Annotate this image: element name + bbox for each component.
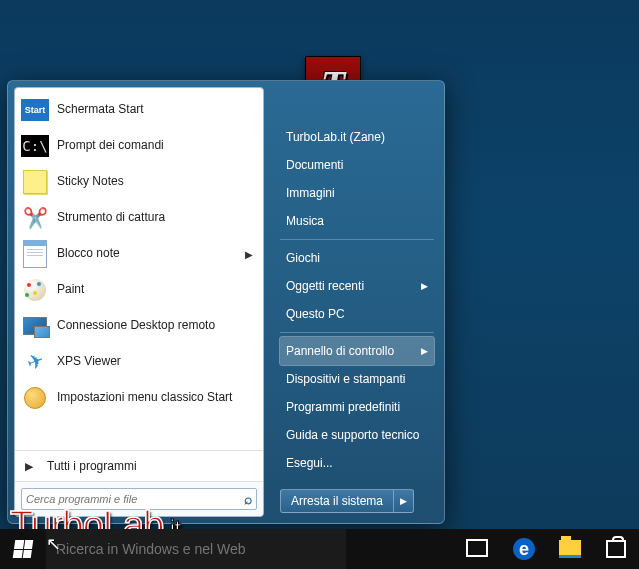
shell-icon bbox=[21, 384, 49, 412]
right-item-user[interactable]: TurboLab.it (Zane) bbox=[280, 123, 434, 151]
program-item-classic[interactable]: Impostazioni menu classico Start bbox=[15, 380, 263, 416]
start-menu-left-panel: StartSchermata StartC:\Prompt dei comand… bbox=[14, 87, 264, 517]
right-item-defaults[interactable]: Programmi predefiniti bbox=[280, 393, 434, 421]
submenu-arrow-icon: ▶ bbox=[421, 281, 428, 291]
rdp-icon bbox=[21, 312, 49, 340]
submenu-arrow-icon: ▶ bbox=[245, 249, 257, 260]
search-box[interactable]: ⌕ bbox=[21, 488, 257, 510]
program-item-rdp[interactable]: Connessione Desktop remoto bbox=[15, 308, 263, 344]
all-programs-label: Tutti i programmi bbox=[47, 459, 137, 473]
taskbar-store-button[interactable] bbox=[593, 529, 639, 569]
taskbar-explorer-button[interactable] bbox=[547, 529, 593, 569]
right-item-label: Oggetti recenti bbox=[286, 279, 364, 293]
program-label: Blocco note bbox=[57, 247, 245, 261]
right-item-devices[interactable]: Dispositivi e stampanti bbox=[280, 365, 434, 393]
paint-icon bbox=[21, 276, 49, 304]
right-item-thispc[interactable]: Questo PC bbox=[280, 300, 434, 328]
user-name-label: TurboLab.it (Zane) bbox=[286, 130, 385, 144]
cortana-search-box[interactable] bbox=[46, 529, 346, 569]
right-item-label: Programmi predefiniti bbox=[286, 400, 400, 414]
search-icon[interactable]: ⌕ bbox=[244, 491, 252, 507]
cortana-search-input[interactable] bbox=[46, 541, 346, 557]
search-input[interactable] bbox=[26, 493, 244, 505]
program-label: Connessione Desktop remoto bbox=[57, 319, 257, 333]
right-item-label: Pannello di controllo bbox=[286, 344, 394, 358]
right-item-label: Documenti bbox=[286, 158, 343, 172]
start-menu: StartSchermata StartC:\Prompt dei comand… bbox=[7, 80, 445, 524]
sticky-icon bbox=[21, 168, 49, 196]
program-item-cmd[interactable]: C:\Prompt dei comandi bbox=[15, 128, 263, 164]
snip-icon: ✂️ bbox=[21, 204, 49, 232]
program-item-start-screen[interactable]: StartSchermata Start bbox=[15, 92, 263, 128]
arrow-right-icon: ▶ bbox=[25, 460, 33, 473]
pinned-programs-list: StartSchermata StartC:\Prompt dei comand… bbox=[15, 88, 263, 450]
separator bbox=[280, 332, 434, 333]
program-label: Impostazioni menu classico Start bbox=[57, 391, 257, 405]
program-label: XPS Viewer bbox=[57, 355, 257, 369]
note-icon bbox=[21, 240, 49, 268]
all-programs-button[interactable]: ▶ Tutti i programmi bbox=[15, 450, 263, 481]
right-item-label: Guida e supporto tecnico bbox=[286, 428, 419, 442]
program-item-notepad[interactable]: Blocco note▶ bbox=[15, 236, 263, 272]
right-item-imgs[interactable]: Immagini bbox=[280, 179, 434, 207]
program-label: Sticky Notes bbox=[57, 175, 257, 189]
right-item-label: Musica bbox=[286, 214, 324, 228]
shutdown-options-arrow[interactable]: ▶ bbox=[393, 490, 413, 512]
start-menu-right-panel: TurboLab.it (Zane) DocumentiImmaginiMusi… bbox=[270, 81, 444, 523]
program-label: Strumento di cattura bbox=[57, 211, 257, 225]
right-item-label: Giochi bbox=[286, 251, 320, 265]
program-item-paint[interactable]: Paint bbox=[15, 272, 263, 308]
right-item-control[interactable]: Pannello di controllo▶ bbox=[280, 337, 434, 365]
program-item-sticky[interactable]: Sticky Notes bbox=[15, 164, 263, 200]
task-view-button[interactable] bbox=[455, 529, 501, 569]
separator bbox=[280, 239, 434, 240]
right-item-label: Immagini bbox=[286, 186, 335, 200]
right-item-label: Dispositivi e stampanti bbox=[286, 372, 405, 386]
program-label: Paint bbox=[57, 283, 257, 297]
right-item-help[interactable]: Guida e supporto tecnico bbox=[280, 421, 434, 449]
cmd-icon: C:\ bbox=[21, 132, 49, 160]
right-item-games[interactable]: Giochi bbox=[280, 244, 434, 272]
right-item-label: Esegui... bbox=[286, 456, 333, 470]
taskbar-edge-button[interactable]: e bbox=[501, 529, 547, 569]
right-item-recent[interactable]: Oggetti recenti▶ bbox=[280, 272, 434, 300]
xps-icon: ✈ bbox=[21, 348, 49, 376]
submenu-arrow-icon: ▶ bbox=[421, 346, 428, 356]
program-label: Prompt dei comandi bbox=[57, 139, 257, 153]
start-button[interactable] bbox=[0, 529, 46, 569]
search-row: ⌕ bbox=[15, 481, 263, 516]
edge-icon: e bbox=[513, 538, 535, 560]
file-explorer-icon bbox=[559, 540, 581, 558]
task-view-icon bbox=[469, 542, 487, 556]
taskbar: e bbox=[0, 529, 639, 569]
right-item-music[interactable]: Musica bbox=[280, 207, 434, 235]
store-icon bbox=[606, 540, 626, 558]
shutdown-label: Arresta il sistema bbox=[281, 494, 393, 508]
right-item-docs[interactable]: Documenti bbox=[280, 151, 434, 179]
right-item-label: Questo PC bbox=[286, 307, 345, 321]
program-item-snip[interactable]: ✂️Strumento di cattura bbox=[15, 200, 263, 236]
start-icon: Start bbox=[21, 96, 49, 124]
windows-logo-icon bbox=[13, 540, 34, 558]
program-item-xps[interactable]: ✈XPS Viewer bbox=[15, 344, 263, 380]
program-label: Schermata Start bbox=[57, 103, 257, 117]
shutdown-button[interactable]: Arresta il sistema ▶ bbox=[280, 489, 414, 513]
right-item-run[interactable]: Esegui... bbox=[280, 449, 434, 477]
shutdown-row: Arresta il sistema ▶ bbox=[280, 489, 434, 513]
